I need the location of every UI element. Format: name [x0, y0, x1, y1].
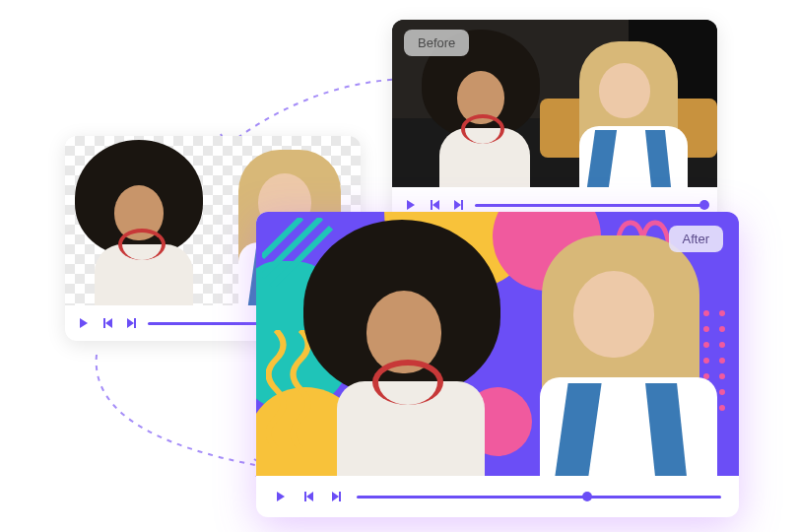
video-card-after: After: [256, 212, 739, 517]
progress-thumb[interactable]: [582, 492, 592, 501]
badge-after-label: After: [683, 232, 709, 246]
badge-after: After: [669, 226, 723, 252]
preview-before: Before: [392, 20, 717, 187]
skip-previous-icon[interactable]: [301, 490, 315, 503]
badge-before: Before: [404, 30, 469, 56]
progress-track[interactable]: [357, 496, 721, 499]
skip-next-icon[interactable]: [451, 198, 465, 212]
play-icon[interactable]: [404, 198, 418, 212]
skip-previous-icon[interactable]: [428, 198, 441, 212]
skip-previous-icon[interactable]: [100, 316, 114, 330]
badge-before-label: Before: [418, 35, 455, 50]
play-icon[interactable]: [77, 316, 91, 330]
progress-track[interactable]: [475, 204, 705, 207]
player-controls-after: [256, 476, 739, 517]
preview-after: After: [256, 212, 739, 476]
progress-thumb[interactable]: [699, 200, 709, 210]
video-card-before: Before: [392, 20, 717, 222]
arrow-middle-to-after: [79, 347, 286, 480]
play-icon[interactable]: [274, 490, 288, 503]
skip-next-icon[interactable]: [124, 316, 138, 330]
skip-next-icon[interactable]: [329, 490, 343, 503]
